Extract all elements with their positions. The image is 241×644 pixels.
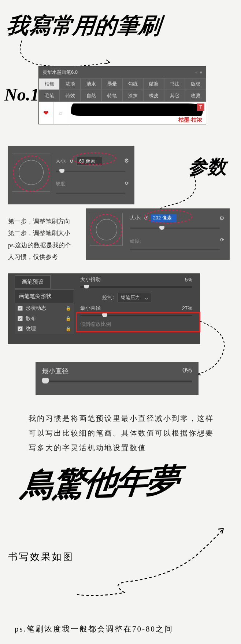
control-row: 控制: 钢笔压力⌵ bbox=[76, 291, 197, 304]
lock-icon[interactable]: 🔒 bbox=[66, 316, 71, 321]
angle-highlight bbox=[13, 156, 49, 192]
min-diameter-panel: 最小直径 0% bbox=[36, 362, 199, 395]
size-jitter-row: 大小抖动 5% bbox=[76, 275, 197, 284]
size-label-2: 大小: bbox=[130, 215, 141, 221]
tab-qingshui[interactable]: 清水 bbox=[81, 78, 101, 90]
collapse-icon[interactable]: « bbox=[195, 70, 197, 74]
checkbox-icon[interactable]: ✓ bbox=[18, 306, 23, 311]
tab-row-1: 枯焦 浓淡 清水 墨晕 勾线 皴擦 书法 版权 bbox=[39, 78, 206, 90]
checkrow-shape[interactable]: ✓形状动态🔒 bbox=[15, 303, 74, 313]
tab-kujiao[interactable]: 枯焦 bbox=[39, 78, 60, 90]
t-badge: T bbox=[197, 103, 204, 111]
preset-left-column: 画笔预设 画笔笔尖形状 ✓形状动态🔒 ✓散布🔒 ✓纹理🔒 bbox=[15, 275, 74, 334]
step-line-3: ps.这边的数据是我的个 bbox=[8, 240, 71, 251]
brush-plugin-panel: 灵华水墨画笔6.0 « ≡ 枯焦 浓淡 清水 墨晕 勾线 皴擦 书法 版权 毛笔… bbox=[38, 66, 206, 124]
checkrow-scatter[interactable]: ✓散布🔒 bbox=[15, 313, 74, 324]
brush-preview-row: ❤ ▱ T 枯墨-枯浓 bbox=[39, 102, 206, 124]
tab-gouxian[interactable]: 勾线 bbox=[122, 78, 143, 90]
chevron-down-icon: ⌵ bbox=[145, 295, 148, 301]
min-diam-row: 最小直径 27% bbox=[76, 304, 197, 313]
panel-titlebar: 灵华水墨画笔6.0 « ≡ bbox=[39, 66, 206, 78]
tab-row-2: 毛笔 特效 自然 特笔 涂抹 橡皮 其它 收藏 bbox=[39, 90, 206, 102]
size-slider[interactable] bbox=[56, 171, 125, 172]
stroke-name-label: 枯墨-枯浓 bbox=[178, 116, 202, 123]
ink-stroke-shape bbox=[71, 103, 203, 116]
gear-icon[interactable]: ⚙ bbox=[124, 157, 129, 164]
titlebar-icons: « ≡ bbox=[195, 70, 202, 74]
checkbox-icon[interactable]: ✓ bbox=[18, 316, 23, 321]
tab-maobi[interactable]: 毛笔 bbox=[39, 90, 60, 102]
gear-icon-2[interactable]: ⚙ bbox=[219, 215, 224, 222]
angle-highlight-2 bbox=[90, 214, 122, 245]
panel-title-text: 灵华水墨画笔6.0 bbox=[42, 69, 78, 76]
p5-value: 0% bbox=[182, 367, 192, 375]
eraser-icon[interactable]: ▱ bbox=[53, 102, 68, 124]
tab-tebi[interactable]: 特笔 bbox=[101, 90, 122, 102]
tab-banquan[interactable]: 版权 bbox=[185, 78, 206, 90]
brush-angle-widget[interactable] bbox=[12, 153, 50, 192]
step-line-4: 人习惯，仅供参考 bbox=[8, 251, 71, 263]
tab-shoucang[interactable]: 收藏 bbox=[185, 90, 206, 102]
size-jitter-slider[interactable] bbox=[80, 286, 192, 288]
brush-preset-panel: 画笔预设 画笔笔尖形状 ✓形状动态🔒 ✓散布🔒 ✓纹理🔒 大小抖动 5% 控制:… bbox=[8, 273, 200, 344]
flip-icon[interactable]: ⟳ bbox=[125, 181, 129, 186]
checkbox-icon[interactable]: ✓ bbox=[18, 326, 23, 331]
lock-icon[interactable]: 🔒 bbox=[66, 306, 71, 311]
preset-tab[interactable]: 画笔预设 bbox=[15, 275, 51, 289]
brush-size-panel-1: 大小: ↺ 60 像素 硬度: ⚙ ⟳ bbox=[8, 146, 134, 204]
lock-icon[interactable]: 🔒 bbox=[66, 326, 71, 331]
effect-label: 书写效果如图 bbox=[8, 550, 74, 563]
step-line-1: 第一步，调整笔刷方向 bbox=[8, 216, 71, 228]
menu-icon[interactable]: ≡ bbox=[200, 70, 202, 74]
checkrow-texture[interactable]: ✓纹理🔒 bbox=[15, 324, 74, 334]
hardness-slider-2[interactable] bbox=[130, 249, 220, 250]
tip-shape-tab[interactable]: 画笔笔尖形状 bbox=[15, 290, 74, 303]
min-diam-value: 27% bbox=[182, 305, 192, 311]
red-highlight-box bbox=[76, 312, 200, 332]
brush-stroke-preview[interactable]: T 枯墨-枯浓 bbox=[68, 102, 206, 124]
tab-cunca[interactable]: 皴擦 bbox=[143, 78, 164, 90]
hardness-label-2: 硬度: bbox=[130, 238, 141, 244]
tab-moyun[interactable]: 墨晕 bbox=[101, 78, 122, 90]
tab-texiao[interactable]: 特效 bbox=[60, 90, 81, 102]
size-highlight-2 bbox=[145, 210, 192, 223]
tab-tumo[interactable]: 涂抹 bbox=[122, 90, 143, 102]
tab-xiangpi[interactable]: 橡皮 bbox=[143, 90, 164, 102]
p5-label: 最小直径 bbox=[42, 367, 68, 375]
p5-slider[interactable] bbox=[42, 381, 192, 382]
size-slider-2[interactable] bbox=[130, 228, 220, 229]
control-label: 控制: bbox=[102, 294, 114, 301]
no1-label: No.1 bbox=[4, 84, 39, 105]
size-highlight bbox=[72, 152, 116, 165]
brush-size-panel-2: 大小: ↺ 202 像素 硬度: ⚙ ⟳ bbox=[86, 208, 230, 260]
step-instructions: 第一步，调整笔刷方向 第二步，调整笔刷大小 ps.这边的数据是我的个 人习惯，仅… bbox=[8, 216, 71, 263]
title-brush-text: 我寫常用的筆刷 bbox=[0, 0, 241, 44]
tab-qita[interactable]: 其它 bbox=[164, 90, 185, 102]
hardness-slider[interactable] bbox=[56, 193, 125, 194]
tab-shufa[interactable]: 书法 bbox=[164, 78, 185, 90]
min-diam-label: 最小直径 bbox=[80, 305, 101, 312]
size-jitter-value: 5% bbox=[185, 277, 192, 283]
size-label: 大小: bbox=[56, 158, 67, 164]
bottom-note: ps.笔刷浓度我一般都会调整在70-80之间 bbox=[15, 624, 173, 634]
calligraphy-sample: 鳥驚他年夢 bbox=[19, 458, 181, 508]
size-jitter-label: 大小抖动 bbox=[80, 276, 101, 283]
params-brush-label: 参数 bbox=[188, 154, 226, 180]
step-line-2: 第二步，调整笔刷大小 bbox=[8, 228, 71, 239]
control-select[interactable]: 钢笔压力⌵ bbox=[118, 293, 151, 302]
brush-angle-widget-2[interactable] bbox=[90, 213, 123, 246]
p5-row: 最小直径 0% bbox=[42, 367, 192, 375]
flip-icon-2[interactable]: ⟳ bbox=[220, 237, 224, 243]
tab-ziran[interactable]: 自然 bbox=[81, 90, 101, 102]
hardness-label: 硬度: bbox=[56, 181, 67, 187]
favorite-heart-icon[interactable]: ❤ bbox=[39, 102, 53, 124]
tab-nongdan[interactable]: 浓淡 bbox=[60, 78, 81, 90]
explanation-text: 我的习惯是将画笔预设里最小直径减小到零，这样可以写出比较细的笔画。具体数值可以根… bbox=[29, 411, 215, 455]
